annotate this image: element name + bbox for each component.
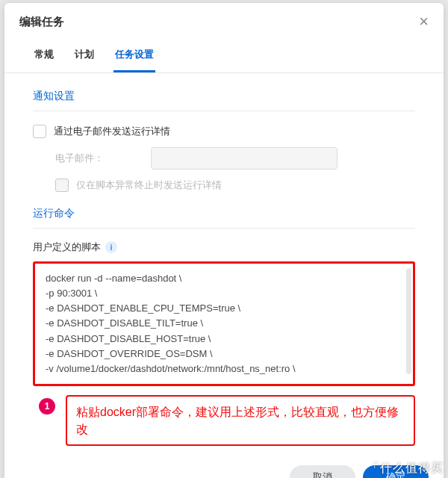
script-content: docker run -d --name=dashdot \ -p 90:300… — [46, 271, 402, 376]
watermark-text: 「什么值得买 — [367, 461, 444, 477]
modal-body: 通知设置 通过电子邮件发送运行详情 电子邮件： 仅在脚本异常终止时发送运行详情 … — [4, 73, 444, 456]
email-checkbox-label: 通过电子邮件发送运行详情 — [54, 125, 170, 138]
email-label: 电子邮件： — [55, 152, 145, 165]
divider — [33, 111, 415, 111]
edit-task-modal: 编辑任务 × 常规 计划 任务设置 通知设置 通过电子邮件发送运行详情 电子邮件… — [4, 3, 444, 478]
email-sub-block: 电子邮件： 仅在脚本异常终止时发送运行详情 — [33, 147, 415, 193]
email-field-row: 电子邮件： — [55, 147, 415, 170]
email-checkbox-row: 通过电子邮件发送运行详情 — [33, 123, 415, 140]
tab-bar: 常规 计划 任务设置 — [4, 37, 444, 73]
script-textarea[interactable]: docker run -d --name=dashdot \ -p 90:300… — [33, 261, 415, 386]
annotation-badge: 1 — [39, 398, 55, 415]
notify-section-title: 通知设置 — [33, 90, 415, 103]
info-icon[interactable]: i — [105, 241, 117, 253]
script-label-row: 用户定义的脚本 i — [33, 240, 415, 254]
modal-header: 编辑任务 × — [4, 3, 444, 37]
divider — [33, 228, 415, 229]
scrollbar[interactable] — [406, 268, 411, 374]
modal-title: 编辑任务 — [19, 15, 64, 29]
script-label: 用户定义的脚本 — [33, 240, 101, 254]
annotation: 1 粘贴docker部署命令，建议用上述形式，比较直观，也方便修改 — [33, 395, 415, 446]
close-icon[interactable]: × — [419, 13, 429, 30]
email-field[interactable] — [151, 147, 337, 170]
only-error-row: 仅在脚本异常终止时发送运行详情 — [55, 177, 415, 193]
tab-general[interactable]: 常规 — [33, 42, 55, 72]
run-section-title: 运行命令 — [33, 207, 415, 220]
tab-schedule[interactable]: 计划 — [73, 42, 96, 72]
tab-settings[interactable]: 任务设置 — [113, 42, 155, 72]
cancel-button[interactable]: 取消 — [290, 465, 355, 478]
only-error-checkbox[interactable] — [55, 179, 69, 192]
email-checkbox[interactable] — [33, 125, 46, 138]
annotation-text: 粘贴docker部署命令，建议用上述形式，比较直观，也方便修改 — [66, 395, 415, 446]
only-error-label: 仅在脚本异常终止时发送运行详情 — [76, 179, 222, 192]
